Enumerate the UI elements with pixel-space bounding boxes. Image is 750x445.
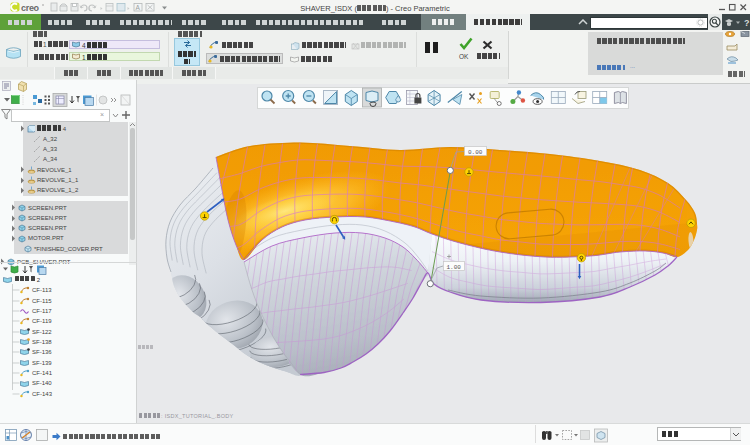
svg-text:1.00: 1.00 — [447, 264, 462, 271]
svg-text:0.00: 0.00 — [468, 149, 483, 156]
svg-text:?: ? — [744, 18, 750, 28]
